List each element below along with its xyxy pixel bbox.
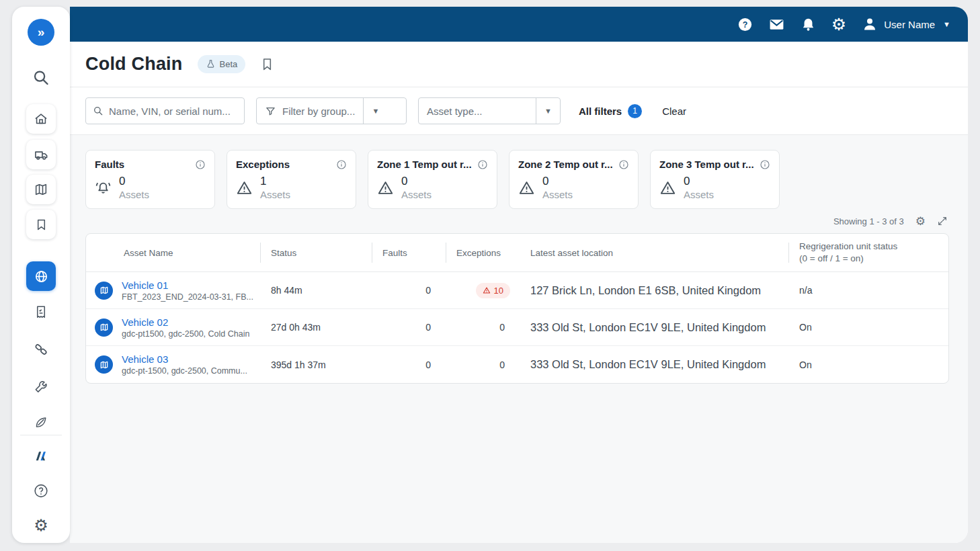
card-title: Exceptions — [236, 159, 290, 170]
sidebar-item-fleet[interactable] — [26, 140, 56, 169]
sidebar-item-help[interactable] — [33, 482, 50, 499]
chevron-down-icon: ▼ — [943, 20, 950, 28]
refrigeration-cell: On — [788, 359, 948, 370]
column-header-location[interactable]: Latest asset location — [520, 234, 788, 271]
card-unit: Assets — [542, 189, 573, 200]
map-icon — [99, 360, 109, 370]
beta-label: Beta — [220, 59, 238, 69]
info-icon[interactable] — [477, 159, 488, 170]
card-title: Zone 2 Temp out r... — [518, 159, 613, 170]
search-icon[interactable] — [32, 69, 50, 87]
card-value: 1 — [260, 175, 290, 188]
asset-type-dropdown[interactable]: Asset type... ▼ — [418, 97, 561, 124]
asset-name-link[interactable]: Vehicle 02 — [122, 316, 249, 328]
page-header: Cold Chain Beta — [70, 42, 968, 87]
sidebar-expand-button[interactable]: » — [28, 19, 54, 46]
help-icon — [33, 482, 50, 499]
status-cell: 27d 0h 43m — [260, 322, 372, 333]
chevron-down-icon[interactable]: ▼ — [363, 98, 387, 124]
notifications-bell-icon[interactable] — [801, 17, 816, 32]
table-settings-icon[interactable]: ⚙ — [915, 216, 926, 227]
location-cell: 127 Brick Ln, London E1 6SB, United King… — [520, 284, 788, 297]
group-filter-dropdown[interactable]: Filter by group... ▼ — [256, 97, 407, 124]
chevron-down-icon[interactable]: ▼ — [536, 98, 560, 124]
warning-triangle-icon — [659, 179, 676, 196]
faults-cell: 0 — [372, 322, 446, 333]
bookmark-icon — [260, 57, 274, 71]
map-icon — [34, 182, 48, 197]
filter-funnel-icon — [265, 105, 276, 117]
receipt-icon — [34, 304, 49, 320]
motive-logo-icon — [33, 448, 50, 464]
mail-icon[interactable] — [768, 16, 785, 33]
column-header-asset-name[interactable]: Asset Name — [86, 234, 260, 271]
expand-fullscreen-icon[interactable] — [937, 216, 948, 226]
asset-map-avatar — [95, 319, 113, 337]
column-header-refrigeration[interactable]: Regrigeration unit status (0 = off / 1 =… — [788, 234, 948, 271]
asset-search-box[interactable] — [85, 97, 245, 124]
card-zone1-temp[interactable]: Zone 1 Temp out r... 0 Assets — [368, 150, 497, 209]
card-zone3-temp[interactable]: Zone 3 Temp out r... 0 Assets — [650, 150, 780, 209]
asset-name-link[interactable]: Vehicle 03 — [122, 353, 247, 365]
content-area: Faults 0 Assets E — [70, 135, 968, 543]
card-value: 0 — [542, 175, 573, 188]
info-icon[interactable] — [618, 159, 629, 170]
bookmark-icon — [34, 218, 48, 232]
exceptions-cell: 0 — [446, 359, 520, 370]
sidebar-item-integrations[interactable] — [33, 341, 49, 357]
search-icon — [93, 105, 104, 117]
motive-logo — [33, 448, 50, 464]
card-unit: Assets — [401, 189, 432, 200]
card-exceptions[interactable]: Exceptions 1 Assets — [227, 150, 356, 209]
table-row[interactable]: Vehicle 03 gdc-pt-1500, gdc-2500, Commu.… — [86, 346, 948, 383]
help-icon[interactable]: ? — [737, 17, 753, 32]
sidebar-divider — [20, 435, 62, 435]
page-title: Cold Chain — [85, 54, 183, 75]
group-filter-placeholder: Filter by group... — [282, 105, 355, 117]
sidebar-item-map[interactable] — [26, 175, 56, 204]
warning-triangle-icon — [483, 286, 491, 294]
sidebar-item-maintenance[interactable] — [34, 379, 49, 394]
card-faults[interactable]: Faults 0 Assets — [85, 150, 215, 209]
sidebar-item-cold-chain[interactable] — [26, 261, 56, 291]
asset-map-avatar — [95, 282, 113, 300]
user-menu[interactable]: User Name ▼ — [862, 16, 950, 32]
asset-map-avatar — [95, 355, 113, 374]
sidebar-item-fuel[interactable] — [34, 415, 49, 430]
info-icon[interactable] — [195, 159, 206, 170]
asset-type-placeholder: Asset type... — [427, 105, 483, 117]
all-filters-button[interactable]: All filters 1 — [579, 104, 642, 118]
faults-cell: 0 — [372, 359, 446, 370]
info-icon[interactable] — [336, 159, 347, 170]
faults-cell: 0 — [372, 285, 446, 296]
exceptions-alert-badge[interactable]: 10 — [476, 283, 510, 298]
asset-name-link[interactable]: Vehicle 01 — [122, 280, 253, 291]
sidebar-item-settings[interactable]: ⚙ — [34, 517, 48, 534]
refrigeration-cell: On — [788, 322, 948, 333]
column-header-faults[interactable]: Faults — [372, 234, 446, 271]
column-header-exceptions[interactable]: Exceptions — [446, 234, 520, 271]
location-cell: 333 Old St, London EC1V 9LE, United King… — [520, 358, 788, 371]
wrench-icon — [34, 379, 49, 394]
bookmark-page-button[interactable] — [260, 57, 274, 71]
sidebar-item-bookmarks[interactable] — [26, 210, 56, 239]
card-zone2-temp[interactable]: Zone 2 Temp out r... 0 Assets — [509, 150, 639, 209]
summary-cards: Faults 0 Assets E — [85, 150, 949, 209]
map-icon — [99, 286, 109, 295]
info-icon[interactable] — [760, 159, 770, 170]
settings-gear-icon[interactable]: ⚙ — [831, 16, 846, 33]
user-name-label: User Name — [884, 19, 935, 30]
assets-table: Asset Name Status Faults Exceptions Late… — [85, 233, 949, 384]
location-cell: 333 Old St, London EC1V 9LE, United King… — [520, 321, 788, 334]
sidebar-item-reports[interactable] — [34, 304, 49, 320]
table-row[interactable]: Vehicle 01 FBT_2023_END_2024-03-31, FB..… — [86, 272, 948, 309]
clear-filters-button[interactable]: Clear — [662, 105, 686, 117]
user-avatar-icon — [862, 16, 878, 32]
sidebar-item-home[interactable] — [26, 104, 56, 134]
search-input[interactable] — [109, 105, 237, 117]
column-header-status[interactable]: Status — [260, 234, 372, 271]
showing-count-label: Showing 1 - 3 of 3 — [833, 216, 904, 226]
beta-badge: Beta — [198, 55, 246, 73]
table-row[interactable]: Vehicle 02 gdc-pt1500, gdc-2500, Cold Ch… — [86, 309, 948, 346]
flask-icon — [206, 59, 216, 69]
